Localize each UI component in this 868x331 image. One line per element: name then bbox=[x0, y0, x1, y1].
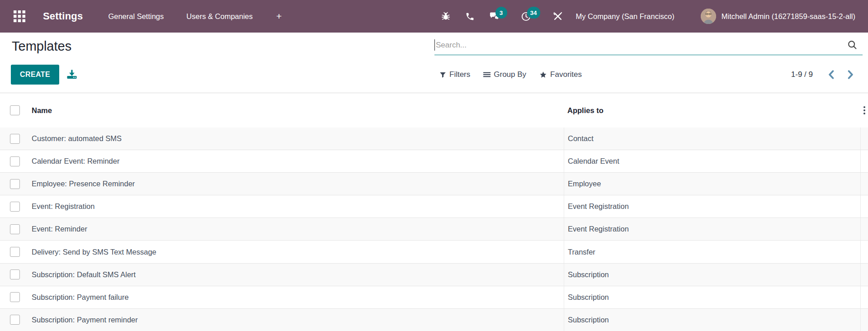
cell-applies-to: Subscription bbox=[568, 316, 609, 324]
cell-name: Subscription: Payment failure bbox=[32, 293, 129, 302]
list-body: Customer: automated SMS Contact Calendar… bbox=[0, 128, 868, 331]
table-row[interactable]: Employee: Presence Reminder Employee bbox=[0, 173, 868, 195]
page-title: Templates bbox=[12, 39, 71, 54]
cell-name: Calendar Event: Reminder bbox=[32, 157, 119, 166]
control-panel: Templates CREATE bbox=[0, 33, 868, 93]
user-avatar bbox=[701, 9, 716, 24]
cell-name: Employee: Presence Reminder bbox=[32, 180, 135, 188]
systray: 3 34 bbox=[440, 11, 563, 22]
row-checkbox[interactable] bbox=[10, 292, 20, 302]
pager: 1-9 / 9 bbox=[791, 65, 854, 85]
cell-applies-to: Contact bbox=[568, 134, 594, 143]
cell-applies-to: Transfer bbox=[568, 248, 595, 256]
cell-applies-to: Calendar Event bbox=[568, 157, 619, 166]
search-box bbox=[434, 35, 863, 55]
filter-funnel-icon bbox=[439, 71, 446, 78]
favorites-button[interactable]: Favorites bbox=[539, 70, 582, 79]
messages-icon[interactable]: 3 bbox=[489, 11, 500, 22]
table-row[interactable]: Subscription: Default SMS Alert Subscrip… bbox=[0, 264, 868, 286]
column-header-name[interactable]: Name bbox=[32, 106, 52, 115]
group-by-button[interactable]: Group By bbox=[483, 70, 526, 79]
table-row[interactable]: Delivery: Send by SMS Text Message Trans… bbox=[0, 241, 868, 263]
row-checkbox[interactable] bbox=[10, 202, 20, 212]
table-row[interactable]: Customer: automated SMS Contact bbox=[0, 128, 868, 150]
add-tab-button[interactable]: + bbox=[276, 11, 282, 22]
search-input[interactable] bbox=[434, 35, 863, 55]
row-checkbox[interactable] bbox=[10, 247, 20, 257]
messages-badge: 3 bbox=[495, 7, 507, 19]
column-header-applies-to[interactable]: Applies to bbox=[567, 106, 604, 115]
menu-general-settings[interactable]: General Settings bbox=[108, 12, 164, 21]
user-name: Mitchell Admin (16271859-saas-15-2-all) bbox=[722, 12, 855, 21]
table-row[interactable]: Event: Reminder Event Registration bbox=[0, 218, 868, 241]
cell-applies-to: Event Registration bbox=[568, 225, 629, 233]
select-all-checkbox[interactable] bbox=[10, 105, 20, 115]
menu-users-companies[interactable]: Users & Companies bbox=[186, 12, 253, 21]
row-checkbox[interactable] bbox=[10, 179, 20, 189]
bug-icon[interactable] bbox=[440, 11, 451, 22]
search-icon[interactable] bbox=[847, 39, 858, 52]
cell-name: Subscription: Payment reminder bbox=[32, 316, 138, 324]
apps-grid-icon[interactable] bbox=[14, 10, 25, 22]
optional-columns-icon[interactable] bbox=[863, 106, 865, 114]
row-checkbox[interactable] bbox=[10, 270, 20, 279]
odoo-settings-app: Settings General Settings Users & Compan… bbox=[0, 0, 868, 331]
cell-name: Delivery: Send by SMS Text Message bbox=[32, 248, 156, 256]
group-by-lines-icon bbox=[483, 71, 491, 78]
cell-name: Event: Reminder bbox=[32, 225, 87, 233]
table-row[interactable]: Calendar Event: Reminder Calendar Event bbox=[0, 150, 868, 173]
phone-icon[interactable] bbox=[465, 11, 476, 22]
tools-icon[interactable] bbox=[552, 11, 563, 22]
activities-badge: 34 bbox=[527, 7, 540, 19]
pager-previous-icon[interactable] bbox=[827, 70, 835, 79]
search-options-bar: Filters Group By Favorites bbox=[439, 65, 582, 85]
cell-name: Event: Registration bbox=[32, 202, 94, 211]
activities-icon[interactable]: 34 bbox=[521, 11, 532, 22]
table-row[interactable]: Event: Registration Event Registration bbox=[0, 195, 868, 218]
topbar: Settings General Settings Users & Compan… bbox=[0, 0, 868, 33]
company-switcher[interactable]: My Company (San Francisco) bbox=[576, 12, 675, 21]
cell-applies-to: Event Registration bbox=[568, 202, 629, 211]
app-title[interactable]: Settings bbox=[43, 10, 83, 22]
list-header-row: Name Applies to bbox=[0, 93, 868, 128]
export-download-icon[interactable] bbox=[65, 68, 79, 82]
row-checkbox[interactable] bbox=[10, 156, 20, 166]
cell-name: Customer: automated SMS bbox=[32, 134, 122, 143]
pager-range: 1-9 / 9 bbox=[791, 70, 813, 79]
row-checkbox[interactable] bbox=[10, 134, 20, 144]
row-checkbox[interactable] bbox=[10, 315, 20, 325]
text-caret bbox=[434, 39, 435, 51]
cell-applies-to: Subscription bbox=[568, 270, 609, 279]
star-icon bbox=[539, 71, 547, 79]
cell-applies-to: Subscription bbox=[568, 293, 609, 302]
pager-next-icon[interactable] bbox=[847, 70, 854, 79]
user-menu[interactable]: Mitchell Admin (16271859-saas-15-2-all) bbox=[701, 9, 855, 24]
cell-name: Subscription: Default SMS Alert bbox=[32, 270, 136, 279]
row-checkbox[interactable] bbox=[10, 224, 20, 234]
table-row[interactable]: Subscription: Payment reminder Subscript… bbox=[0, 309, 868, 331]
cell-applies-to: Employee bbox=[568, 180, 601, 188]
filters-button[interactable]: Filters bbox=[439, 70, 470, 79]
table-row[interactable]: Subscription: Payment failure Subscripti… bbox=[0, 286, 868, 309]
create-button[interactable]: CREATE bbox=[11, 65, 59, 85]
templates-list: Name Applies to Customer: automated SMS … bbox=[0, 93, 868, 331]
